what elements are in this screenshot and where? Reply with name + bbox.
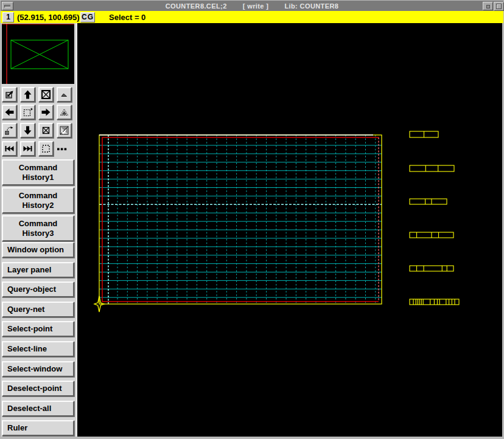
title-bar: COUNTER8.CEL;2 [ write ] Lib: COUNTER8	[1, 1, 503, 12]
zoom-full-button[interactable]	[38, 87, 54, 102]
pan-right-icon	[41, 107, 51, 117]
zoom-window-button[interactable]	[20, 105, 35, 120]
window-number-badge: 1	[2, 12, 14, 22]
sidebar-button-query-object[interactable]: Query-object	[2, 282, 74, 297]
button-label-line: History1	[22, 173, 54, 182]
button-label-line: History2	[22, 201, 54, 210]
redraw-button[interactable]	[2, 87, 17, 102]
pan-down-button[interactable]	[20, 123, 35, 138]
first-view-button[interactable]	[2, 141, 17, 156]
application-window: COUNTER8.CEL;2 [ write ] Lib: COUNTER8 1…	[0, 0, 504, 439]
next-view-icon	[23, 143, 33, 154]
button-label-line: Command	[19, 219, 58, 229]
title-cell-name: COUNTER8.CEL;2	[166, 2, 227, 10]
first-view-icon	[4, 143, 15, 154]
sidebar-button-ruler[interactable]: Ruler	[2, 420, 74, 436]
cell-boundary[interactable]	[99, 135, 382, 304]
instance-box[interactable]	[410, 165, 454, 171]
layout-canvas[interactable]	[77, 23, 502, 437]
zoom-selected-icon	[41, 125, 51, 136]
overview-panel[interactable]	[2, 24, 74, 84]
instance-outline	[410, 165, 454, 171]
sidebar-button-query-net[interactable]: Query-net	[2, 302, 74, 317]
sidebar-button-layer-panel[interactable]: Layer panel	[2, 262, 74, 278]
cg-mode-badge[interactable]: CG	[80, 12, 95, 22]
more-options-icon	[57, 141, 67, 151]
pan-up-icon	[23, 89, 33, 100]
minimize-button[interactable]	[483, 2, 493, 10]
zoom-increase-icon	[59, 107, 69, 117]
status-bar: 1 (52.915, 100.695) CG Select = 0	[1, 11, 503, 23]
more-options-button[interactable]	[57, 141, 72, 156]
sidebar-button-deselect-all[interactable]: Deselect-all	[2, 401, 74, 417]
zoom-decrease-button[interactable]	[57, 87, 72, 102]
sidebar: CommandHistory1CommandHistory2CommandHis…	[1, 23, 76, 437]
overview-drawing	[2, 24, 74, 84]
selection-count: Select = 0	[109, 13, 145, 22]
next-view-button[interactable]	[20, 141, 35, 156]
zoom-selected-button[interactable]	[38, 123, 54, 138]
sidebar-button-command-history2[interactable]: CommandHistory2	[2, 187, 74, 213]
sidebar-button-command-history3[interactable]: CommandHistory3	[2, 215, 74, 241]
button-label-line: Command	[19, 191, 58, 201]
instance-outline	[410, 199, 447, 204]
zoom-decrease-icon	[59, 89, 69, 100]
button-label-line: Command	[19, 163, 58, 173]
sidebar-button-select-window[interactable]: Select-window	[2, 361, 74, 377]
pan-right-button[interactable]	[38, 105, 54, 120]
window-title: COUNTER8.CEL;2 [ write ] Lib: COUNTER8	[1, 1, 503, 11]
instance-box[interactable]	[410, 131, 438, 137]
maximize-icon	[496, 4, 502, 9]
minimize-icon	[486, 5, 490, 9]
sidebar-button-command-history1[interactable]: CommandHistory1	[2, 159, 74, 185]
button-label-line: History3	[22, 229, 54, 238]
sidebar-button-select-point[interactable]: Select-point	[2, 321, 74, 337]
title-write-mode: [ write ]	[243, 2, 269, 10]
sidebar-button-deselect-point[interactable]: Deselect-point	[2, 381, 74, 396]
redraw-icon	[4, 89, 15, 100]
pan-left-icon	[4, 107, 15, 117]
title-library: Lib: COUNTER8	[284, 2, 338, 10]
pan-up-button[interactable]	[20, 87, 35, 102]
zoom-full-icon	[41, 89, 51, 100]
instance-box[interactable]	[410, 199, 447, 204]
zoom-window-icon	[23, 107, 33, 117]
fill-view-icon	[59, 125, 69, 136]
instance-box[interactable]	[410, 299, 459, 305]
overview-cell-cross	[11, 40, 68, 69]
sidebar-button-select-line[interactable]: Select-line	[2, 341, 74, 357]
previous-view-icon	[4, 125, 15, 136]
canvas-drawing	[77, 23, 502, 437]
instance-box[interactable]	[410, 266, 453, 271]
pan-left-button[interactable]	[2, 105, 17, 120]
pan-down-icon	[23, 125, 33, 136]
fill-view-button[interactable]	[57, 123, 72, 138]
sidebar-button-window-option[interactable]: Window option	[2, 242, 74, 258]
instance-box[interactable]	[410, 232, 453, 238]
maximize-button[interactable]	[494, 2, 504, 11]
select-region-icon	[41, 143, 51, 154]
cursor-coordinates: (52.915, 100.695)	[17, 13, 80, 22]
select-region-button[interactable]	[38, 141, 54, 156]
previous-view-button[interactable]	[2, 123, 17, 138]
zoom-increase-button[interactable]	[57, 105, 72, 120]
